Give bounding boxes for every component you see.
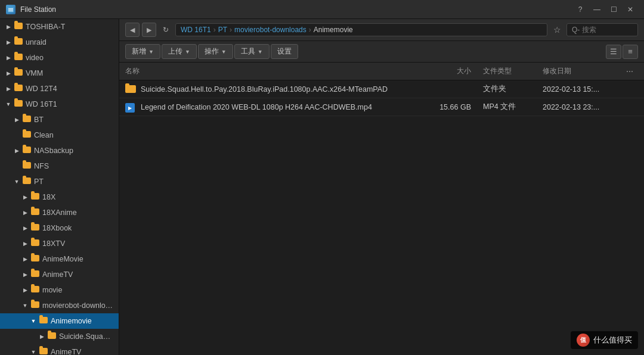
sidebar-label-nasbackup: NASbackup bbox=[34, 147, 73, 155]
arrow-video: ▶ bbox=[5, 54, 12, 61]
arrow-animemovie: ▶ bbox=[21, 256, 29, 263]
file-type-2: MP4 文件 bbox=[483, 102, 543, 112]
sidebar-item-movie[interactable]: ▶ movie bbox=[0, 282, 119, 298]
refresh-button[interactable]: ↻ bbox=[159, 23, 173, 37]
search-box: Q- bbox=[566, 23, 638, 36]
folder-icon-animemovie bbox=[31, 255, 39, 263]
sidebar-item-wd12t4[interactable]: ▶ WD 12T4 bbox=[0, 81, 119, 96]
detail-view-button[interactable]: ≡ bbox=[623, 45, 638, 59]
folder-icon-pt bbox=[23, 178, 31, 186]
folder-icon-animetv bbox=[31, 270, 39, 279]
sidebar-item-video[interactable]: ▶ video bbox=[0, 50, 119, 66]
file-type-1: 文件夹 bbox=[483, 84, 543, 94]
sidebar-item-animetv[interactable]: ▶ AnimeTV bbox=[0, 267, 119, 282]
sidebar-item-nfs[interactable]: ▶ NFS bbox=[0, 158, 119, 174]
search-icon: Q- bbox=[572, 26, 580, 34]
list-view-button[interactable]: ☰ bbox=[606, 45, 621, 59]
sidebar-item-animemovie[interactable]: ▶ AnimeMovie bbox=[0, 251, 119, 267]
folder-icon-video bbox=[14, 54, 23, 62]
sidebar-label-wd16t1: WD 16T1 bbox=[26, 100, 57, 108]
forward-button[interactable]: ▶ bbox=[142, 23, 156, 37]
svg-rect-1 bbox=[8, 8, 13, 9]
arrow-toshiba: ▶ bbox=[5, 23, 12, 30]
arrow-unraid: ▶ bbox=[5, 39, 12, 46]
file-date-1: 2022-02-13 15:... bbox=[543, 85, 626, 94]
sidebar-item-animemovie2[interactable]: ▼ Animemovie bbox=[0, 313, 119, 329]
breadcrumb-sep-3: › bbox=[309, 26, 311, 34]
sidebar-item-movierobot[interactable]: ▼ movierobot-downloads bbox=[0, 298, 119, 313]
sidebar-item-toshiba[interactable]: ▶ TOSHIBA-T bbox=[0, 19, 119, 35]
file-size-2: 15.66 GB bbox=[423, 103, 483, 111]
folder-icon-wd16t1 bbox=[14, 100, 23, 108]
folder-icon-animemovie2 bbox=[39, 317, 48, 325]
sidebar-item-18xtv[interactable]: ▶ 18XTV bbox=[0, 236, 119, 251]
sidebar-label-toshiba: TOSHIBA-T bbox=[26, 23, 65, 31]
content-area: ◀ ▶ ↻ WD 16T1 › PT › movierobot-download… bbox=[119, 19, 644, 355]
breadcrumb-part-3[interactable]: movierobot-downloads bbox=[234, 26, 306, 34]
svg-rect-2 bbox=[8, 10, 13, 10]
breadcrumb-sep-1: › bbox=[213, 26, 216, 34]
settings-button[interactable]: 设置 bbox=[271, 44, 298, 59]
sidebar-item-18x[interactable]: ▶ 18X bbox=[0, 189, 119, 205]
sidebar-label-animetv: AnimeTV bbox=[42, 270, 73, 279]
new-button[interactable]: 新增 ▼ bbox=[125, 44, 160, 59]
app-icon bbox=[6, 5, 16, 14]
sidebar-label-movierobot: movierobot-downloads bbox=[42, 301, 114, 310]
col-header-date: 修改日期 bbox=[543, 66, 626, 76]
folder-icon-bt bbox=[23, 116, 31, 124]
upload-dropdown-arrow: ▼ bbox=[185, 49, 190, 55]
folder-icon-vmm bbox=[14, 69, 23, 77]
sidebar-label-video: video bbox=[26, 54, 44, 62]
sidebar-item-unraid[interactable]: ▶ unraid bbox=[0, 35, 119, 50]
sidebar-item-suicide[interactable]: ▶ Suicide.Squad.Hell... bbox=[0, 329, 119, 344]
table-row[interactable]: Legend of Deification 2020 WEB-DL 1080p … bbox=[119, 98, 644, 116]
sidebar-label-wd12t4: WD 12T4 bbox=[26, 85, 57, 93]
main-layout: ▶ TOSHIBA-T▶ unraid▶ video▶ VMM▶ WD 12T4… bbox=[0, 19, 644, 355]
close-button[interactable]: ✕ bbox=[623, 4, 638, 15]
breadcrumb-part-4[interactable]: Animemovie bbox=[314, 26, 353, 34]
back-button[interactable]: ◀ bbox=[125, 23, 140, 37]
sidebar-label-18xtv: 18XTV bbox=[42, 239, 65, 248]
sidebar-item-animetv2[interactable]: ▼ AnimeTV bbox=[0, 344, 119, 355]
col-header-type: 文件类型 bbox=[483, 66, 543, 76]
sidebar: ▶ TOSHIBA-T▶ unraid▶ video▶ VMM▶ WD 12T4… bbox=[0, 19, 119, 355]
arrow-suicide: ▶ bbox=[38, 333, 45, 340]
arrow-pt: ▼ bbox=[13, 178, 20, 185]
sidebar-label-clean: Clean bbox=[34, 131, 54, 139]
sidebar-label-suicide: Suicide.Squad.Hell... bbox=[59, 332, 114, 341]
sidebar-label-pt: PT bbox=[34, 178, 44, 186]
table-header: 名称 大小 文件类型 修改日期 ⋯ bbox=[119, 63, 644, 80]
maximize-button[interactable]: ☐ bbox=[606, 4, 621, 15]
tool-button[interactable]: 工具 ▼ bbox=[234, 44, 270, 59]
sidebar-item-bt[interactable]: ▶ BT bbox=[0, 112, 119, 127]
minimize-button[interactable]: — bbox=[589, 4, 605, 15]
operate-button[interactable]: 操作 ▼ bbox=[198, 44, 233, 59]
breadcrumb-part-1[interactable]: WD 16T1 bbox=[181, 26, 211, 34]
arrow-wd16t1: ▼ bbox=[5, 101, 12, 108]
sidebar-item-18xanime[interactable]: ▶ 18XAnime bbox=[0, 205, 119, 220]
sidebar-item-wd16t1[interactable]: ▼ WD 16T1 bbox=[0, 96, 119, 112]
window-controls: ? — ☐ ✕ bbox=[572, 4, 638, 15]
breadcrumb-part-2[interactable]: PT bbox=[218, 26, 227, 34]
arrow-18xbook: ▶ bbox=[21, 225, 29, 232]
sidebar-label-movie: movie bbox=[42, 286, 62, 294]
sidebar-item-clean[interactable]: ▶ Clean bbox=[0, 127, 119, 143]
sidebar-item-nasbackup[interactable]: ▶ NASbackup bbox=[0, 143, 119, 158]
col-header-size: 大小 bbox=[423, 66, 483, 76]
breadcrumb-sep-2: › bbox=[230, 26, 232, 34]
search-input[interactable] bbox=[582, 26, 630, 34]
sidebar-item-vmm[interactable]: ▶ VMM bbox=[0, 66, 119, 81]
arrow-nasbackup: ▶ bbox=[13, 147, 20, 154]
sidebar-item-18xbook[interactable]: ▶ 18Xbook bbox=[0, 220, 119, 236]
arrow-movie: ▶ bbox=[21, 287, 29, 294]
sidebar-item-pt[interactable]: ▼ PT bbox=[0, 174, 119, 189]
upload-button[interactable]: 上传 ▼ bbox=[162, 44, 197, 59]
view-controls: ☰ ≡ bbox=[606, 45, 638, 59]
bookmark-button[interactable]: ☆ bbox=[550, 23, 564, 37]
watermark-text: 什么值得买 bbox=[593, 335, 632, 345]
folder-icon-movie bbox=[31, 286, 39, 294]
title-bar: File Station ? — ☐ ✕ bbox=[0, 0, 644, 19]
help-button[interactable]: ? bbox=[572, 4, 588, 15]
table-row[interactable]: Suicide.Squad.Hell.to.Pay.2018.BluRay.iP… bbox=[119, 80, 644, 98]
folder-icon-movierobot bbox=[31, 301, 39, 310]
